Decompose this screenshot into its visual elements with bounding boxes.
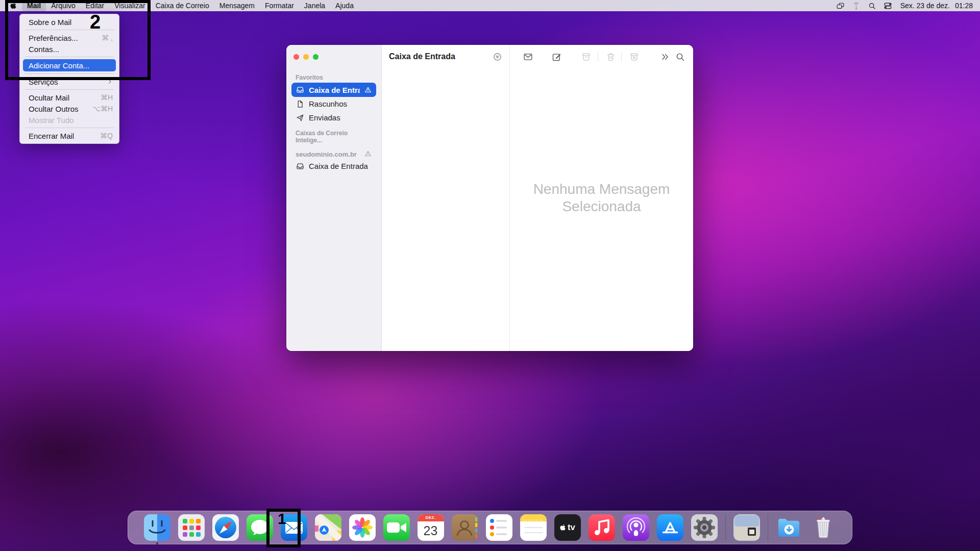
- message-list-column: Caixa de Entrada: [382, 45, 510, 351]
- section-header-label: Caixas de Correio Intelige...: [296, 130, 372, 144]
- minimize-button[interactable]: [303, 54, 309, 60]
- control-center-icon: [884, 2, 892, 10]
- menubar-item-ajuda[interactable]: Ajuda: [330, 0, 359, 11]
- menubar-clock-date[interactable]: Sex. 23 de dez.: [900, 2, 950, 10]
- menu-item-label: Encerrar Mail: [29, 132, 74, 140]
- menu-separator: [25, 128, 114, 128]
- annotation-box-step2: [5, 0, 151, 80]
- dock-item-reminders-icon[interactable]: [486, 514, 512, 541]
- message-list-header: Caixa de Entrada: [382, 45, 509, 68]
- filter-icon: [493, 52, 502, 62]
- dock-item-podcasts-icon[interactable]: [623, 514, 649, 541]
- zoom-button[interactable]: [313, 54, 318, 60]
- menu-item-shortcut: ⌘H: [101, 93, 113, 102]
- mailbox-sidebar: FavoritosCaixa de EntradaRascunhosEnviad…: [286, 68, 381, 351]
- warning-icon: [364, 86, 372, 94]
- menu-item-label: Ocultar Outros: [29, 105, 79, 113]
- sidebar-item-label: Caixa de Entrada: [309, 86, 360, 94]
- mail-window: FavoritosCaixa de EntradaRascunhosEnviad…: [286, 45, 693, 351]
- dock-item-maps-icon[interactable]: [315, 514, 341, 541]
- dock-item-appstore-icon[interactable]: [657, 514, 683, 541]
- menu-separator: [25, 89, 114, 90]
- annotation-step2-label: 2: [90, 11, 101, 33]
- menu-item-label: Ocultar Mail: [29, 93, 69, 102]
- window-titlebar[interactable]: [286, 45, 381, 68]
- menubar-item-mensagem[interactable]: Mensagem: [214, 0, 260, 11]
- dock-separator: [768, 514, 768, 541]
- menubar-status-area: Sex. 23 de dez. 01:28: [836, 0, 973, 11]
- sidebar-item-label: Rascunhos: [309, 99, 372, 108]
- running-indicator: [156, 542, 158, 544]
- inbox-icon: [296, 162, 305, 171]
- dock-item-window-preview-icon[interactable]: [733, 514, 760, 541]
- sidebar-item-caixa-de-entrada[interactable]: Caixa de Entrada: [291, 159, 376, 173]
- dock-item-launchpad-icon[interactable]: [178, 514, 205, 541]
- menu-item-ocultar-outros[interactable]: Ocultar Outros⌥⌘H: [20, 103, 119, 114]
- menu-item-encerrar-mail[interactable]: Encerrar Mail⌘Q: [20, 130, 119, 141]
- traffic-lights: [286, 54, 318, 60]
- filter-icon[interactable]: [493, 52, 502, 62]
- warning-icon: [364, 86, 372, 94]
- sidebar-item-label: Caixa de Entrada: [309, 162, 372, 170]
- draft-icon: [296, 99, 305, 109]
- screen-mirroring-icon[interactable]: [836, 2, 845, 10]
- spotlight-icon[interactable]: [868, 2, 876, 10]
- menubar-item-janela[interactable]: Janela: [299, 0, 330, 11]
- menu-item-label: Mostrar Tudo: [29, 116, 74, 124]
- dock-item-downloads-icon[interactable]: [776, 514, 802, 541]
- sidebar-section-header-caixas-de-correio-intelige: Caixas de Correio Intelige...: [291, 132, 376, 142]
- airplay-icon[interactable]: [852, 2, 861, 10]
- sidebar-item-rascunhos[interactable]: Rascunhos: [291, 97, 376, 111]
- warning-icon: [364, 149, 372, 159]
- sent-icon: [296, 113, 305, 122]
- dock-item-photos-icon[interactable]: [349, 514, 376, 541]
- control-center-icon[interactable]: [884, 2, 892, 10]
- menubar-clock-time[interactable]: 01:28: [955, 2, 973, 10]
- menu-item-shortcut: ⌘Q: [100, 132, 113, 140]
- sidebar-section-header-favoritos: Favoritos: [291, 72, 376, 83]
- sidebar-section-header-seudominiocombr: seudominio.com.br: [291, 149, 376, 159]
- empty-state-line2: Selecionada: [562, 198, 641, 215]
- annotation-step1-label: 1: [278, 510, 286, 528]
- dock-item-trash-icon[interactable]: [810, 514, 837, 541]
- menu-item-mostrar-tudo: Mostrar Tudo: [20, 114, 119, 126]
- menu-item-ocultar-mail[interactable]: Ocultar Mail⌘H: [20, 92, 119, 103]
- dock-item-music-icon[interactable]: [589, 514, 615, 541]
- dock-item-finder-icon[interactable]: [144, 514, 170, 541]
- empty-state: Nenhuma Mensagem Selecionada: [510, 45, 693, 351]
- dock: DEZ.23tv: [128, 511, 852, 544]
- menubar-item-caixa-de-correio[interactable]: Caixa de Correio: [151, 0, 214, 11]
- dock-item-settings-icon[interactable]: [691, 514, 718, 541]
- section-header-label: seudominio.com.br: [296, 151, 357, 158]
- section-header-label: Favoritos: [296, 74, 323, 81]
- sidebar-item-caixa-de-entrada[interactable]: Caixa de Entrada: [291, 83, 376, 97]
- dock-item-calendar-icon[interactable]: DEZ.23: [418, 514, 444, 541]
- dock-separator: [725, 514, 726, 541]
- dock-item-notes-icon[interactable]: [520, 514, 547, 541]
- sidebar-item-label: Enviadas: [309, 113, 372, 122]
- menubar-item-formatar[interactable]: Formatar: [260, 0, 299, 11]
- dock-item-contacts-icon[interactable]: [452, 514, 478, 541]
- menu-item-shortcut: ⌥⌘H: [92, 105, 113, 113]
- message-content-column: Nenhuma Mensagem Selecionada: [510, 45, 693, 351]
- warning-icon: [364, 149, 372, 158]
- mailbox-title: Caixa de Entrada: [389, 52, 455, 61]
- close-button[interactable]: [293, 54, 299, 60]
- inbox-icon: [296, 85, 305, 94]
- sidebar-column: FavoritosCaixa de EntradaRascunhosEnviad…: [286, 45, 382, 351]
- dock-item-safari-icon[interactable]: [212, 514, 239, 541]
- dock-item-facetime-icon[interactable]: [383, 514, 410, 541]
- dock-item-appletv-icon[interactable]: tv: [554, 514, 581, 541]
- airplay-icon: [852, 2, 861, 10]
- empty-state-line1: Nenhuma Mensagem: [533, 181, 670, 198]
- desktop-wallpaper: MailArquivoEditarVisualizarCaixa de Corr…: [0, 0, 980, 551]
- screen-mirroring-icon: [836, 2, 845, 10]
- spotlight-icon: [868, 2, 876, 10]
- sidebar-item-enviadas[interactable]: Enviadas: [291, 111, 376, 124]
